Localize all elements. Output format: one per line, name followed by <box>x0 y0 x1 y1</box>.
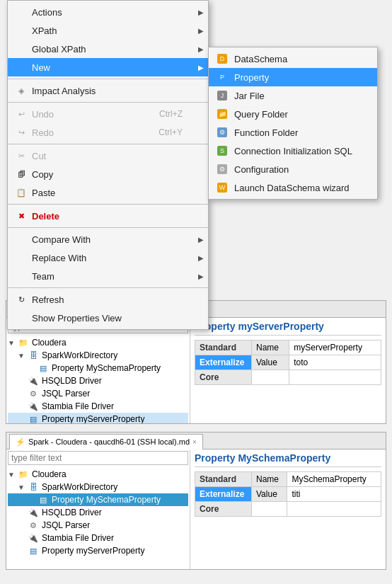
menu-delete[interactable]: ✖ Delete <box>8 207 208 225</box>
externalize2-label: Externalize <box>195 487 252 502</box>
submenu-conn-init[interactable]: S Connection Initialization SQL <box>209 142 377 160</box>
tree-item-sparkworkdir[interactable]: ▼ 🗄 SparkWorkDirectory <box>8 349 188 362</box>
stambia2-icon: 🔌 <box>28 532 39 544</box>
paste-icon: 📋 <box>15 186 28 199</box>
tree-item-jsql[interactable]: ⚙ JSQL Parser <box>8 387 188 400</box>
expand2-cloudera[interactable]: ▼ <box>8 471 18 479</box>
tree2-item-stambia[interactable]: 🔌 Stambia File Driver <box>8 532 188 544</box>
menu-new[interactable]: New ▶ <box>8 58 208 76</box>
window2-prop-panel: Property MySchemaProperty Standard Name … <box>190 450 386 520</box>
submenu-property[interactable]: P Property <box>209 68 377 86</box>
submenu-queryfolder[interactable]: 📁 Query Folder <box>209 105 377 123</box>
team-arrow: ▶ <box>198 273 204 280</box>
standard-label: Standard <box>195 340 252 355</box>
myserver2-icon: ▤ <box>28 545 39 556</box>
window2-tab-bar: ⚡ Spark - Cloudera - qaucdh6-01 (SSH loc… <box>6 433 386 450</box>
tree-item-myserver[interactable]: ▤ Property myServerProperty <box>8 413 188 423</box>
core-label: Core <box>195 370 252 385</box>
property-icon: P <box>216 71 229 84</box>
xpath-arrow: ▶ <box>198 27 204 35</box>
compare-icon <box>15 233 28 246</box>
new-submenu: D DataSchema P Property J Jar File 📁 Que… <box>208 47 378 200</box>
window2-tab[interactable]: ⚡ Spark - Cloudera - qaucdh6-01 (SSH loc… <box>9 434 203 450</box>
expand2-sparkworkdir[interactable]: ▼ <box>18 483 28 491</box>
menu-refresh[interactable]: ↻ Refresh <box>8 290 208 309</box>
replace-arrow: ▶ <box>198 254 204 262</box>
submenu-functionfolder[interactable]: ⚙ Function Folder <box>209 123 377 142</box>
menu-replace[interactable]: Replace With ▶ <box>8 248 208 267</box>
prop-row-core: Core <box>195 370 381 385</box>
value2-value: titi <box>287 487 381 502</box>
tree2-item-myschema[interactable]: ▤ Property MySchemaProperty <box>8 493 188 506</box>
value-value: toto <box>289 355 381 370</box>
window1-tree-panel: ▼ 📁 Cloudera ▼ 🗄 SparkWorkDirectory ▤ Pr… <box>6 318 190 423</box>
tree-item-cloudera[interactable]: ▼ 📁 Cloudera <box>8 336 188 349</box>
menu-copy[interactable]: 🗐 Copy <box>8 165 208 183</box>
sparkworkdir-icon: 🗄 <box>28 350 39 361</box>
actions-icon <box>15 6 28 18</box>
jsql-icon: ⚙ <box>28 388 39 399</box>
undo-icon: ↩ <box>15 108 28 120</box>
submenu-configuration[interactable]: ⚙ Configuration <box>209 160 377 178</box>
prop2-row-standard: Standard Name MySchemaProperty <box>195 472 381 487</box>
window2: ⚡ Spark - Cloudera - qaucdh6-01 (SSH loc… <box>6 432 386 570</box>
submenu-jarfile[interactable]: J Jar File <box>209 86 377 105</box>
config-icon: ⚙ <box>216 163 229 176</box>
menu-global-xpath[interactable]: Global XPath ▶ <box>8 40 208 58</box>
menu-undo[interactable]: ↩ Undo Ctrl+Z <box>8 105 208 123</box>
menu-cut[interactable]: Cut <box>8 147 208 165</box>
cloudera2-icon: 📁 <box>18 469 29 480</box>
tree2-item-sparkworkdir[interactable]: ▼ 🗄 SparkWorkDirectory <box>8 481 188 493</box>
impact-icon: ◈ <box>15 84 28 97</box>
global-xpath-icon <box>15 42 28 55</box>
window2-filter[interactable] <box>8 451 188 465</box>
tree2-item-jsql[interactable]: ⚙ JSQL Parser <box>8 519 188 532</box>
tree-item-stambia[interactable]: 🔌 Stambia File Driver <box>8 400 188 413</box>
submenu-datasource[interactable]: D DataSchema <box>209 50 377 68</box>
cut-icon <box>15 149 28 162</box>
menu-show-props[interactable]: Show Properties View <box>8 309 208 327</box>
window2-tree-section: ▼ 📁 Cloudera ▼ 🗄 SparkWorkDirectory ▤ Pr… <box>6 450 190 569</box>
wizard-icon: W <box>216 181 229 194</box>
tree2-item-myserver[interactable]: ▤ Property myServerProperty <box>8 544 188 557</box>
menu-actions[interactable]: Actions ▶ <box>8 3 208 21</box>
prop2-row-externalize: Externalize Value titi <box>195 487 381 502</box>
expand-sparkworkdir[interactable]: ▼ <box>18 352 28 360</box>
hsqldb2-icon: 🔌 <box>28 507 39 518</box>
window2-prop-section: Property MySchemaProperty Standard Name … <box>190 450 386 569</box>
menu-compare[interactable]: Compare With ▶ <box>8 230 208 248</box>
tree2-item-cloudera[interactable]: ▼ 📁 Cloudera <box>8 468 188 481</box>
prop2-row-core: Core <box>195 502 381 517</box>
conn-init-icon: S <box>216 144 229 157</box>
tree-item-myschema[interactable]: ▤ Property MySchemaProperty <box>8 362 188 374</box>
myschema-icon: ▤ <box>38 362 49 374</box>
name2-value: MySchemaProperty <box>287 472 381 487</box>
tree-item-hsqldb[interactable]: 🔌 HSQLDB Driver <box>8 374 188 387</box>
standard2-label: Standard <box>195 472 252 487</box>
datasource-icon: D <box>216 52 229 65</box>
menu-impact[interactable]: ◈ Impact Analysis <box>8 81 208 100</box>
new-icon <box>15 61 28 74</box>
jsql2-icon: ⚙ <box>28 520 39 531</box>
tree2-item-hsqldb[interactable]: 🔌 HSQLDB Driver <box>8 506 188 519</box>
separator-6 <box>8 287 208 288</box>
menu-xpath[interactable]: XPath ▶ <box>8 21 208 40</box>
window1-prop-title: Property myServerProperty <box>195 321 381 336</box>
separator-5 <box>8 227 208 228</box>
menu-paste[interactable]: 📋 Paste <box>8 183 208 202</box>
window2-close[interactable]: × <box>192 438 197 446</box>
window1-prop-section: Property myServerProperty Standard Name … <box>190 318 386 423</box>
menu-team[interactable]: Team ▶ <box>8 267 208 285</box>
prop-row-standard: Standard Name myServerProperty <box>195 340 381 355</box>
submenu-wizard[interactable]: W Launch DataSchema wizard <box>209 178 377 197</box>
sparkworkdir2-icon: 🗄 <box>28 481 39 493</box>
global-xpath-arrow: ▶ <box>198 45 204 53</box>
xpath-icon <box>15 24 28 37</box>
menu-redo[interactable]: ↪ Redo Ctrl+Y <box>8 123 208 142</box>
window2-content: ▼ 📁 Cloudera ▼ 🗄 SparkWorkDirectory ▤ Pr… <box>6 450 386 569</box>
redo-shortcut: Ctrl+Y <box>158 127 183 137</box>
externalize-label: Externalize <box>195 355 252 370</box>
separator-4 <box>8 204 208 205</box>
expand-cloudera[interactable]: ▼ <box>8 339 18 347</box>
window1-prop-panel: Property myServerProperty Standard Name … <box>190 318 386 388</box>
